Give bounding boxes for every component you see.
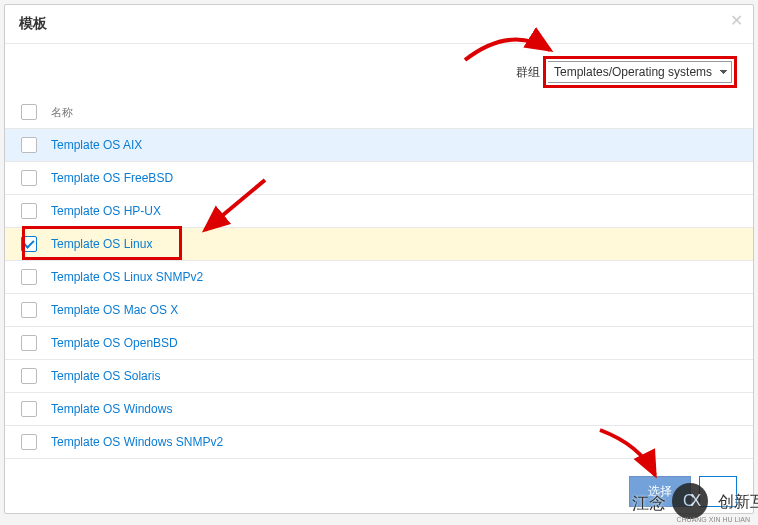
row-checkbox[interactable] (21, 236, 37, 252)
template-link[interactable]: Template OS Linux SNMPv2 (51, 270, 203, 284)
template-link[interactable]: Template OS OpenBSD (51, 336, 178, 350)
table-row[interactable]: Template OS HP-UX (5, 195, 753, 228)
column-header-name[interactable]: 名称 (51, 105, 73, 120)
row-checkbox[interactable] (21, 137, 37, 153)
filter-row: 群组 Templates/Operating systems (5, 44, 753, 96)
row-checkbox[interactable] (21, 401, 37, 417)
group-select[interactable]: Templates/Operating systems (548, 61, 732, 83)
table-row[interactable]: Template OS Windows (5, 393, 753, 426)
modal-title: 模板 (5, 5, 753, 44)
row-checkbox[interactable] (21, 170, 37, 186)
group-label: 群组 (516, 65, 540, 79)
close-icon[interactable]: ✕ (730, 11, 743, 30)
table-header: 名称 (5, 96, 753, 129)
watermark-badge: CX (672, 483, 708, 519)
watermark-sub: CHUANG XIN HU LIAN (676, 516, 750, 523)
table-row[interactable]: Template OS Solaris (5, 360, 753, 393)
table-row[interactable]: Template OS Linux (5, 228, 753, 261)
watermark-text: 创新互 (718, 492, 758, 513)
table-row[interactable]: Template OS Linux SNMPv2 (5, 261, 753, 294)
table-row[interactable]: Template OS FreeBSD (5, 162, 753, 195)
watermark-text: 江念 (632, 492, 666, 515)
row-checkbox[interactable] (21, 335, 37, 351)
annotation-box-group: Templates/Operating systems (543, 56, 737, 88)
table-row[interactable]: Template OS Windows SNMPv2 (5, 426, 753, 459)
row-checkbox[interactable] (21, 203, 37, 219)
template-link[interactable]: Template OS Windows SNMPv2 (51, 435, 223, 449)
template-modal: ✕ 模板 群组 Templates/Operating systems 名称 T… (4, 4, 754, 514)
template-link[interactable]: Template OS Mac OS X (51, 303, 178, 317)
select-all-checkbox[interactable] (21, 104, 37, 120)
template-link[interactable]: Template OS HP-UX (51, 204, 161, 218)
table-row[interactable]: Template OS OpenBSD (5, 327, 753, 360)
row-checkbox[interactable] (21, 302, 37, 318)
template-link[interactable]: Template OS Linux (51, 237, 152, 251)
row-checkbox[interactable] (21, 368, 37, 384)
template-table: 名称 Template OS AIX Template OS FreeBSD T… (5, 96, 753, 459)
template-link[interactable]: Template OS Windows (51, 402, 172, 416)
template-link[interactable]: Template OS AIX (51, 138, 142, 152)
table-row[interactable]: Template OS AIX (5, 129, 753, 162)
template-link[interactable]: Template OS FreeBSD (51, 171, 173, 185)
table-row[interactable]: Template OS Mac OS X (5, 294, 753, 327)
row-checkbox[interactable] (21, 269, 37, 285)
template-link[interactable]: Template OS Solaris (51, 369, 160, 383)
row-checkbox[interactable] (21, 434, 37, 450)
